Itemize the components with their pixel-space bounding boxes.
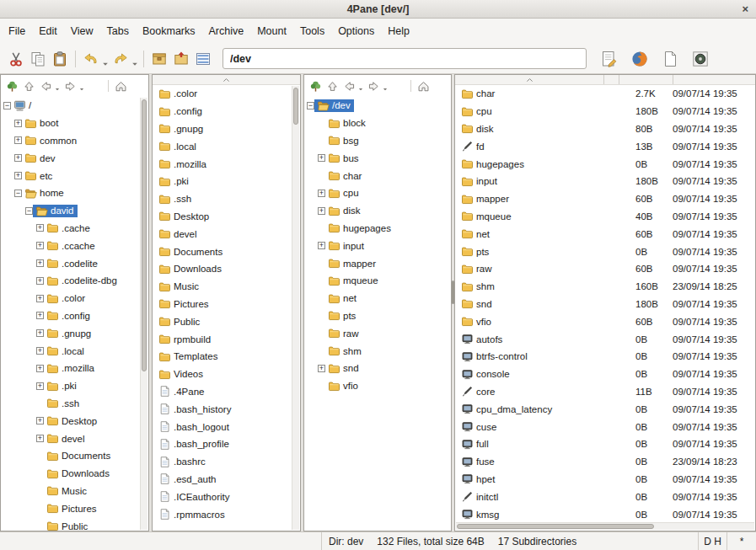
tree-item-etc[interactable]: +etc	[1, 167, 148, 184]
collapse-icon[interactable]: −	[307, 102, 314, 109]
web-browser-button[interactable]	[629, 48, 651, 70]
column-divider[interactable]	[604, 75, 619, 84]
file-row-input[interactable]: input180B09/07/14 19:35	[455, 173, 755, 190]
expand-icon[interactable]: +	[36, 312, 44, 319]
up-button[interactable]	[21, 78, 36, 93]
archive-extract-button[interactable]	[170, 48, 192, 70]
file-item-devel[interactable]: devel	[153, 225, 300, 243]
tree-item-common[interactable]: +common	[1, 132, 148, 150]
file-row-full[interactable]: full0B09/07/14 19:35	[455, 435, 755, 453]
tree-item-.mozilla[interactable]: +.mozilla	[1, 360, 148, 377]
expand-icon[interactable]: +	[36, 259, 44, 267]
tree-item-home[interactable]: −home	[1, 184, 148, 202]
file-item-.bashrc[interactable]: .bashrc	[153, 453, 300, 471]
file-row-fd[interactable]: fd13B09/07/14 19:35	[455, 137, 755, 155]
file-item-.ssh[interactable]: .ssh	[153, 190, 300, 208]
file-item-.mozilla[interactable]: .mozilla	[153, 155, 300, 173]
cut-button[interactable]	[5, 48, 27, 70]
back-button[interactable]	[38, 78, 53, 93]
tree-item-.color[interactable]: +.color	[1, 290, 148, 307]
tree-item-.local[interactable]: +.local	[1, 342, 148, 360]
tree-item-.cache[interactable]: +.cache	[1, 220, 148, 238]
tree-item-devel[interactable]: +devel	[1, 430, 148, 447]
file-row-btrfs-control[interactable]: btrfs-control0B09/07/14 19:35	[455, 348, 755, 366]
tree-item-dev[interactable]: −/dev	[304, 97, 451, 115]
file-row-char[interactable]: char2.7K09/07/14 19:35	[455, 85, 755, 103]
tree-item-.config[interactable]: +.config	[1, 307, 148, 325]
right-file-sort-header[interactable]	[455, 75, 755, 85]
file-row-shm[interactable]: shm160B23/09/14 18:25	[455, 278, 755, 296]
forward-history-dropdown-icon[interactable]	[383, 80, 389, 92]
tree-item-desktop[interactable]: +Desktop	[1, 412, 148, 430]
menu-archive[interactable]: Archive	[202, 21, 251, 41]
file-row-raw[interactable]: raw60B09/07/14 19:35	[455, 260, 755, 278]
file-row-pts[interactable]: pts0B09/07/14 19:35	[455, 243, 755, 260]
tree-item-vfio[interactable]: vfio	[304, 377, 451, 395]
menu-bookmarks[interactable]: Bookmarks	[136, 21, 202, 41]
tree-item-disk[interactable]: +disk	[304, 202, 451, 220]
expand-icon[interactable]: +	[14, 136, 22, 144]
menu-mount[interactable]: Mount	[250, 21, 293, 41]
dir-view-button[interactable]	[308, 78, 323, 93]
dir-view-button[interactable]	[4, 78, 19, 93]
back-history-dropdown-icon[interactable]	[55, 80, 61, 92]
up-button[interactable]	[324, 78, 340, 93]
expand-icon[interactable]: +	[36, 242, 44, 249]
file-item-.iceauthority[interactable]: .ICEauthority	[153, 488, 300, 505]
tree-item-public[interactable]: Public	[1, 517, 148, 531]
tree-item-.gnupg[interactable]: +.gnupg	[1, 324, 148, 342]
tree-item-snd[interactable]: +snd	[304, 360, 451, 377]
tree-item-mqueue[interactable]: mqueue	[304, 272, 451, 290]
file-row-cpu_dma_latency[interactable]: cpu_dma_latency0B09/07/14 19:35	[455, 400, 755, 418]
file-row-mqueue[interactable]: mqueue40B09/07/14 19:35	[455, 208, 755, 226]
scrollbar-thumb[interactable]	[142, 99, 147, 371]
tree-item-hugepages[interactable]: hugepages	[304, 220, 451, 238]
expand-icon[interactable]: +	[36, 382, 44, 390]
file-row-fuse[interactable]: fuse0B23/09/14 18:23	[455, 453, 755, 471]
scrollbar-thumb[interactable]	[457, 524, 654, 529]
expand-icon[interactable]: +	[36, 435, 44, 442]
expand-icon[interactable]: +	[318, 190, 325, 197]
tree-item-.codelite[interactable]: +.codelite	[1, 254, 148, 272]
tree-item-pts[interactable]: pts	[304, 307, 451, 325]
menu-file[interactable]: File	[2, 21, 32, 41]
right-file-hscrollbar[interactable]	[456, 522, 754, 530]
expand-icon[interactable]: +	[36, 329, 44, 337]
menu-options[interactable]: Options	[331, 21, 381, 41]
file-item-.gnupg[interactable]: .gnupg	[153, 120, 300, 138]
tree-item-bus[interactable]: +bus	[304, 149, 451, 167]
file-item-.rpmmacros[interactable]: .rpmmacros	[153, 505, 300, 523]
file-item-.config[interactable]: .config	[153, 103, 300, 120]
disc-mount-button[interactable]	[689, 48, 711, 70]
tree-item-cpu[interactable]: +cpu	[304, 184, 451, 202]
file-row-hugepages[interactable]: hugepages0B09/07/14 19:35	[455, 155, 755, 173]
tree-item-.codelite-dbg[interactable]: +.codelite-dbg	[1, 272, 148, 290]
tree-item-documents[interactable]: Documents	[1, 447, 148, 465]
file-item-.4pane[interactable]: .4Pane	[153, 383, 300, 401]
tree-item-david[interactable]: −david	[1, 202, 148, 220]
tree-item-input[interactable]: +input	[304, 237, 451, 254]
tree-item-shm[interactable]: shm	[304, 342, 451, 360]
file-item-public[interactable]: Public	[153, 312, 300, 330]
tree-item-net[interactable]: net	[304, 290, 451, 307]
tree-item-raw[interactable]: raw	[304, 324, 451, 342]
left-file-scrollbar[interactable]	[292, 86, 299, 530]
file-row-hpet[interactable]: hpet0B09/07/14 19:35	[455, 471, 755, 489]
collapse-icon[interactable]: −	[3, 102, 11, 109]
file-item-pictures[interactable]: Pictures	[153, 296, 300, 313]
column-divider[interactable]	[673, 75, 755, 84]
collapse-icon[interactable]: −	[14, 190, 22, 197]
back-history-dropdown-icon[interactable]	[358, 80, 364, 92]
tree-item-dev[interactable]: +dev	[1, 149, 148, 167]
expand-icon[interactable]: +	[36, 224, 44, 232]
home-button[interactable]	[416, 78, 431, 93]
expand-icon[interactable]: +	[36, 295, 44, 302]
multi-pane-view-button[interactable]	[192, 48, 214, 70]
file-row-vfio[interactable]: vfio60B09/07/14 19:35	[455, 312, 755, 330]
file-row-console[interactable]: console0B09/07/14 19:35	[455, 366, 755, 383]
tree-item-.pki[interactable]: +.pki	[1, 377, 148, 395]
undo-history-dropdown-icon[interactable]	[102, 51, 110, 67]
expand-icon[interactable]: +	[36, 365, 44, 372]
menu-view[interactable]: View	[64, 21, 100, 41]
tree-item-music[interactable]: Music	[1, 483, 148, 500]
